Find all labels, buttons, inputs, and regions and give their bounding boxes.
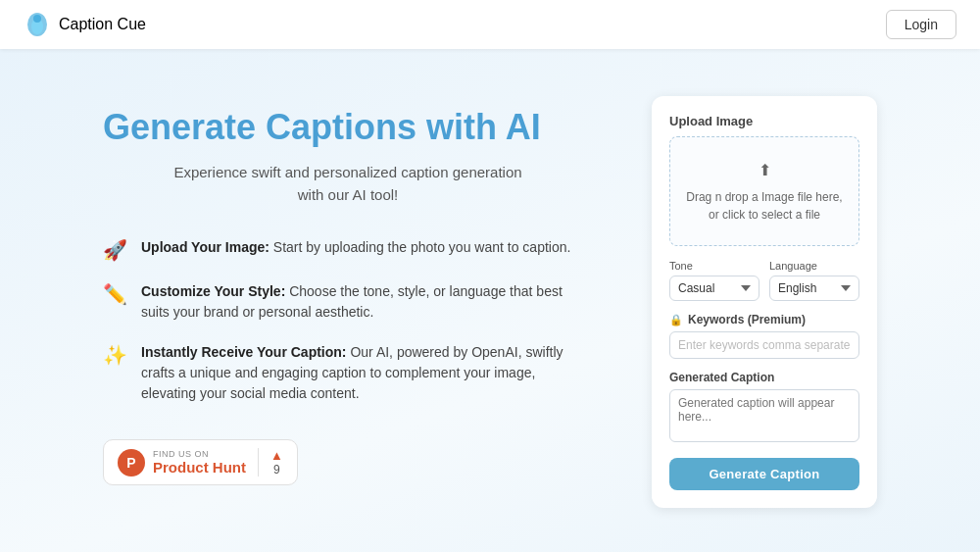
sparkle-icon: ✨ [103, 343, 127, 367]
tone-col: Tone Casual Formal Humorous Professional [669, 260, 760, 301]
login-button[interactable]: Login [886, 10, 956, 39]
generated-caption-label: Generated Caption [669, 371, 859, 384]
keywords-label-text: Keywords (Premium) [688, 313, 806, 326]
generated-caption-textarea[interactable] [669, 389, 859, 442]
upload-label: Upload Image [669, 114, 859, 128]
ph-logo: P [118, 449, 145, 477]
feature-item-3: ✨ Instantly Receive Your Caption: Our AI… [103, 342, 593, 404]
keywords-label: 🔒 Keywords (Premium) [669, 313, 859, 326]
product-hunt-badge[interactable]: P FIND US ON Product Hunt ▲ 9 [103, 439, 298, 485]
feature-text-2: Customize Your Style: Choose the tone, s… [141, 281, 593, 323]
upload-card: Upload Image ⬆ Drag n drop a Image file … [652, 96, 877, 508]
generated-caption-row: Generated Caption [669, 371, 859, 446]
navbar: Caption Cue Login [0, 0, 980, 49]
ph-p-letter: P [126, 455, 135, 471]
ph-text-block: FIND US ON Product Hunt [153, 449, 246, 476]
feature-item-1: 🚀 Upload Your Image: Start by uploading … [103, 237, 593, 262]
tone-lang-row: Tone Casual Formal Humorous Professional… [669, 260, 859, 301]
feature-text-1: Upload Your Image: Start by uploading th… [141, 237, 570, 258]
feature-bold-1: Upload Your Image: [141, 239, 270, 255]
tone-label: Tone [669, 260, 760, 272]
ph-find-us: FIND US ON [153, 449, 246, 459]
ph-vote-count: 9 [273, 463, 280, 477]
svg-point-2 [33, 15, 41, 23]
rocket-icon: 🚀 [103, 238, 127, 262]
generate-caption-button[interactable]: Generate Caption [669, 458, 859, 490]
feature-item-2: ✏️ Customize Your Style: Choose the tone… [103, 281, 593, 323]
keywords-input[interactable] [669, 331, 859, 359]
logo-icon [24, 11, 51, 38]
language-label: Language [769, 260, 859, 272]
ph-arrow-icon: ▲ [270, 448, 283, 463]
upload-dropzone[interactable]: ⬆ Drag n drop a Image file here, or clic… [669, 136, 859, 246]
language-select[interactable]: English Spanish French German [769, 276, 859, 301]
ph-name: Product Hunt [153, 459, 246, 476]
language-col: Language English Spanish French German [769, 260, 859, 301]
logo: Caption Cue [24, 11, 146, 38]
main-subheading: Experience swift and personalized captio… [103, 162, 593, 206]
tone-select[interactable]: Casual Formal Humorous Professional [669, 276, 760, 301]
dropzone-text: Drag n drop a Image file here, or click … [686, 190, 842, 222]
feature-text-3: Instantly Receive Your Caption: Our AI, … [141, 342, 593, 404]
main-section: Generate Captions with AI Experience swi… [0, 49, 980, 552]
feature-bold-2: Customize Your Style: [141, 283, 285, 299]
main-heading: Generate Captions with AI [103, 106, 593, 148]
logo-text: Caption Cue [59, 16, 146, 33]
ph-votes: ▲ 9 [258, 448, 283, 477]
pencil-icon: ✏️ [103, 282, 127, 306]
feature-list: 🚀 Upload Your Image: Start by uploading … [103, 237, 593, 404]
feature-bold-3: Instantly Receive Your Caption: [141, 344, 347, 360]
keywords-row: 🔒 Keywords (Premium) [669, 313, 859, 359]
left-side: Generate Captions with AI Experience swi… [103, 96, 593, 485]
right-side: Upload Image ⬆ Drag n drop a Image file … [652, 96, 877, 508]
upload-icon: ⬆ [682, 159, 847, 182]
lock-icon: 🔒 [669, 314, 683, 326]
